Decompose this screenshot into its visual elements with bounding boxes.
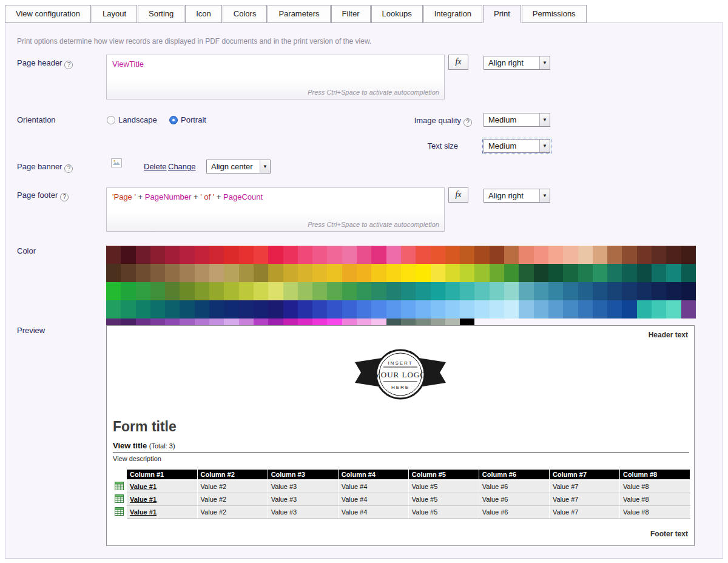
color-swatch[interactable] bbox=[681, 282, 696, 300]
color-swatch[interactable] bbox=[150, 246, 165, 264]
color-swatch[interactable] bbox=[607, 246, 622, 264]
color-swatch[interactable] bbox=[474, 282, 489, 300]
color-swatch[interactable] bbox=[416, 246, 430, 264]
color-swatch[interactable] bbox=[224, 246, 238, 264]
color-swatch[interactable] bbox=[490, 300, 504, 319]
tab-view-configuration[interactable]: View configuration bbox=[5, 5, 91, 23]
tab-lookups[interactable]: Lookups bbox=[371, 5, 423, 23]
color-swatch[interactable] bbox=[431, 264, 445, 282]
color-swatch[interactable] bbox=[681, 264, 696, 282]
color-swatch[interactable] bbox=[268, 264, 283, 282]
help-icon[interactable]: ? bbox=[64, 164, 73, 173]
color-swatch[interactable] bbox=[460, 264, 474, 282]
color-swatch[interactable] bbox=[106, 300, 121, 319]
color-swatch[interactable] bbox=[607, 282, 622, 300]
color-swatch[interactable] bbox=[254, 264, 268, 282]
tab-layout[interactable]: Layout bbox=[92, 5, 137, 23]
banner-align-select[interactable]: Align center ▼ bbox=[206, 160, 271, 174]
color-swatch[interactable] bbox=[371, 264, 386, 282]
color-swatch[interactable] bbox=[504, 246, 519, 264]
color-swatch[interactable] bbox=[563, 282, 578, 300]
color-swatch[interactable] bbox=[652, 300, 666, 319]
color-swatch[interactable] bbox=[342, 282, 357, 300]
color-swatch[interactable] bbox=[121, 282, 135, 300]
color-swatch[interactable] bbox=[106, 264, 121, 282]
color-swatch[interactable] bbox=[283, 282, 298, 300]
color-swatch[interactable] bbox=[327, 300, 342, 319]
color-swatch[interactable] bbox=[416, 282, 430, 300]
color-swatch[interactable] bbox=[534, 300, 548, 319]
color-swatch[interactable] bbox=[622, 264, 636, 282]
color-swatch[interactable] bbox=[416, 264, 430, 282]
color-swatch[interactable] bbox=[209, 282, 224, 300]
help-icon[interactable]: ? bbox=[60, 193, 69, 201]
color-swatch[interactable] bbox=[312, 300, 327, 319]
tab-parameters[interactable]: Parameters bbox=[268, 5, 330, 23]
color-swatch[interactable] bbox=[298, 300, 312, 319]
color-swatch[interactable] bbox=[519, 282, 533, 300]
color-swatch[interactable] bbox=[607, 264, 622, 282]
color-swatch[interactable] bbox=[165, 300, 180, 319]
color-swatch[interactable] bbox=[666, 282, 681, 300]
page-footer-align-select[interactable]: Align right ▼ bbox=[484, 189, 550, 203]
help-icon[interactable]: ? bbox=[64, 61, 73, 69]
color-swatch[interactable] bbox=[371, 300, 386, 319]
color-swatch[interactable] bbox=[593, 264, 607, 282]
color-swatch[interactable] bbox=[622, 282, 636, 300]
color-swatch[interactable] bbox=[165, 264, 180, 282]
color-swatch[interactable] bbox=[239, 300, 254, 319]
text-size-select[interactable]: Medium ▼ bbox=[484, 139, 550, 153]
color-swatch[interactable] bbox=[165, 282, 180, 300]
color-swatch[interactable] bbox=[666, 300, 681, 319]
color-swatch[interactable] bbox=[298, 264, 312, 282]
color-swatch[interactable] bbox=[195, 300, 209, 319]
banner-change-link[interactable]: Change bbox=[168, 162, 196, 171]
page-footer-fx-button[interactable]: fx bbox=[448, 187, 468, 203]
color-swatch[interactable] bbox=[474, 246, 489, 264]
color-swatch[interactable] bbox=[209, 264, 224, 282]
color-swatch[interactable] bbox=[460, 246, 474, 264]
color-swatch[interactable] bbox=[327, 246, 342, 264]
color-swatch[interactable] bbox=[401, 282, 416, 300]
color-swatch[interactable] bbox=[180, 264, 194, 282]
color-swatch[interactable] bbox=[666, 264, 681, 282]
color-swatch[interactable] bbox=[490, 264, 504, 282]
radio-portrait[interactable]: Portrait bbox=[169, 115, 206, 124]
banner-delete-link[interactable]: Delete bbox=[144, 162, 167, 171]
color-swatch[interactable] bbox=[445, 246, 460, 264]
color-swatch[interactable] bbox=[504, 264, 519, 282]
color-swatch[interactable] bbox=[268, 282, 283, 300]
color-swatch[interactable] bbox=[268, 300, 283, 319]
color-swatch[interactable] bbox=[136, 282, 150, 300]
color-swatch[interactable] bbox=[150, 264, 165, 282]
color-swatch[interactable] bbox=[121, 300, 135, 319]
image-quality-select[interactable]: Medium ▼ bbox=[484, 113, 550, 127]
color-swatch[interactable] bbox=[534, 282, 548, 300]
color-swatch[interactable] bbox=[607, 300, 622, 319]
tab-integration[interactable]: Integration bbox=[423, 5, 482, 23]
color-swatch[interactable] bbox=[593, 300, 607, 319]
page-header-align-select[interactable]: Align right ▼ bbox=[484, 56, 550, 70]
color-swatch[interactable] bbox=[239, 282, 254, 300]
color-swatch[interactable] bbox=[180, 282, 194, 300]
page-header-formula[interactable]: ViewTitle bbox=[107, 55, 444, 73]
color-swatch[interactable] bbox=[622, 246, 636, 264]
color-swatch[interactable] bbox=[224, 300, 238, 319]
color-swatch[interactable] bbox=[563, 300, 578, 319]
color-swatch[interactable] bbox=[209, 246, 224, 264]
color-swatch[interactable] bbox=[578, 282, 593, 300]
color-swatch[interactable] bbox=[121, 246, 135, 264]
color-swatch[interactable] bbox=[239, 246, 254, 264]
color-swatch[interactable] bbox=[106, 282, 121, 300]
color-swatch[interactable] bbox=[386, 264, 401, 282]
color-swatch[interactable] bbox=[312, 264, 327, 282]
tab-filter[interactable]: Filter bbox=[331, 5, 371, 23]
color-swatch[interactable] bbox=[578, 246, 593, 264]
color-swatch[interactable] bbox=[519, 246, 533, 264]
color-swatch[interactable] bbox=[652, 246, 666, 264]
color-swatch[interactable] bbox=[342, 246, 357, 264]
color-swatch[interactable] bbox=[681, 246, 696, 264]
color-swatch[interactable] bbox=[519, 264, 533, 282]
color-swatch[interactable] bbox=[593, 282, 607, 300]
color-swatch[interactable] bbox=[401, 264, 416, 282]
